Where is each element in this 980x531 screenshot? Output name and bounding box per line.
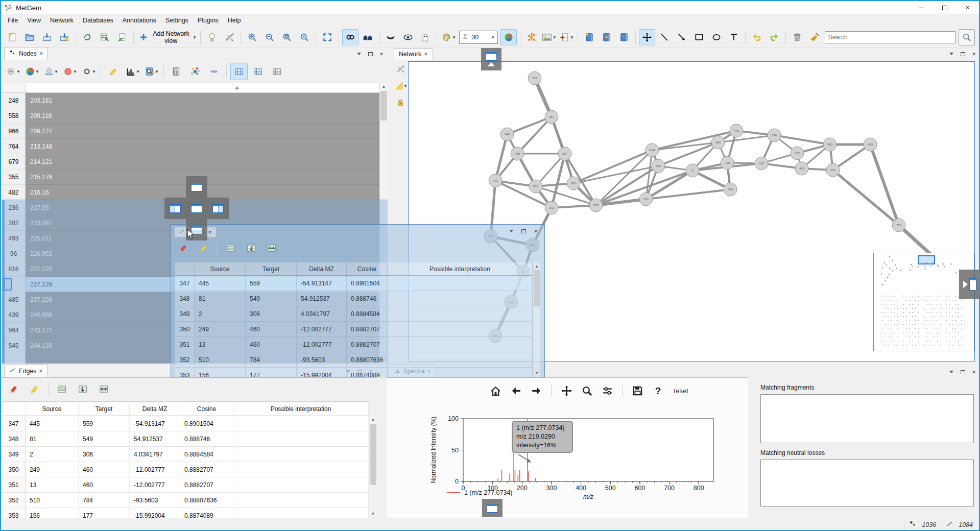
dock-menu-button[interactable] [508, 228, 515, 234]
node-pies-button[interactable]: ▾ [23, 63, 40, 80]
tool-arrow-button[interactable] [674, 29, 690, 45]
graph-node[interactable]: 468 [511, 147, 524, 160]
dock-close-button[interactable] [532, 228, 539, 234]
graph-node[interactable]: 900 [823, 138, 836, 151]
compute-button[interactable] [168, 63, 185, 80]
fit-rows-button[interactable] [242, 239, 260, 257]
tool-ellipse-button[interactable] [708, 29, 725, 45]
edges-table-row[interactable]: 347445559-54.9131470.8901504 [175, 276, 533, 291]
annotations-tool-button[interactable]: ▾ [393, 79, 409, 92]
zoom-selection-button[interactable] [296, 29, 313, 45]
dock-indicator-right[interactable] [207, 198, 229, 219]
neighbors-combo[interactable]: 30▾ [459, 31, 497, 44]
dock-indicator-spectra-bottom[interactable] [482, 499, 503, 517]
tab-edges[interactable]: Edges [4, 365, 48, 377]
graph-node[interactable]: 948 [500, 128, 514, 141]
node-ring-button[interactable]: ▾ [80, 63, 97, 80]
row-header[interactable]: 558 [2, 108, 26, 124]
import-metadata-button[interactable] [97, 29, 113, 45]
graph-node[interactable]: 105 [791, 147, 804, 160]
close-button[interactable] [956, 1, 979, 14]
dock-close-button[interactable] [970, 51, 977, 57]
query-databases-button[interactable]: ▾ [142, 63, 160, 80]
dock-indicator-center[interactable] [186, 198, 207, 219]
column-header-source[interactable]: Source [195, 262, 246, 275]
minimap-viewport[interactable] [918, 255, 935, 264]
column-header-source[interactable]: Source [26, 402, 79, 416]
row-header[interactable]: 482 [2, 185, 26, 200]
edges-table-row[interactable]: 35113460-12.0027770.8882707 [175, 337, 533, 352]
minimize-button[interactable] [910, 1, 933, 14]
row-header[interactable] [2, 402, 26, 416]
edit-database-button[interactable] [599, 29, 615, 45]
tool-rect-button[interactable] [691, 29, 707, 45]
graph-node[interactable]: 886 [567, 177, 580, 190]
zoom-out-button[interactable] [261, 29, 278, 45]
row-header[interactable]: 679 [2, 154, 26, 170]
graph-node[interactable]: 307 [558, 147, 571, 160]
graph-node[interactable]: 9 [686, 164, 699, 177]
undo-button[interactable] [749, 29, 765, 45]
node-color-button[interactable]: ▾ [61, 63, 78, 80]
dock-float-button[interactable] [520, 228, 527, 234]
row-header[interactable]: 248 [2, 93, 26, 108]
edges-table-row[interactable]: 347445559-54.9131470.8901504 [2, 416, 369, 431]
dock-indicator-network-top[interactable] [481, 48, 501, 70]
graph-node[interactable]: 1042 [646, 143, 659, 157]
zoom-in-button[interactable] [244, 29, 260, 45]
ghost-items-button[interactable] [417, 29, 434, 45]
tab-nodes[interactable]: Nodes [4, 47, 48, 60]
column-header-cosine[interactable]: Cosine [180, 402, 233, 416]
highlight-red-button[interactable] [174, 239, 193, 257]
node-size-button[interactable]: ▾ [42, 63, 59, 80]
edges-table-row[interactable]: 350249460-12.0027770.8882707 [175, 322, 533, 337]
column-header-delta-mz[interactable]: Delta MZ [297, 262, 347, 275]
node-shape-button[interactable]: ▾ [4, 63, 21, 80]
graph-node[interactable]: 363 [711, 136, 725, 149]
edges-table-row[interactable]: 352510784-93.56030.88807636 [175, 352, 533, 368]
dock-close-button[interactable] [970, 369, 977, 375]
matching-fragments-box[interactable] [760, 394, 974, 443]
show-all-columns-button[interactable] [230, 63, 248, 80]
view-spectrum-button[interactable]: ▾ [124, 63, 141, 80]
delete-item-button[interactable] [789, 29, 805, 45]
highlight-yellow-button[interactable] [25, 379, 44, 399]
matching-neutral-losses-box[interactable] [760, 460, 974, 506]
dock-indicator-top[interactable] [186, 176, 207, 198]
add-network-view-button[interactable]: Add Network view▾ [137, 29, 197, 45]
graph-node[interactable]: 702 [545, 201, 558, 214]
edges-scrollbar[interactable]: ▲ ▼ [369, 416, 377, 518]
search-input[interactable] [825, 31, 955, 43]
graph-edge[interactable] [517, 117, 552, 154]
graph-edge[interactable] [507, 117, 552, 134]
dock-float-button[interactable] [959, 51, 966, 57]
edges-table-row[interactable]: 350249460-12.0027770.8882707 [2, 462, 369, 477]
show-items-button[interactable] [400, 29, 416, 45]
graph-node[interactable]: 516 [639, 192, 653, 206]
tab-close-icon[interactable] [208, 229, 212, 236]
graph-node[interactable]: 794 [724, 183, 737, 196]
tab-close-icon[interactable] [424, 51, 428, 58]
menu-settings[interactable]: Settings [161, 15, 193, 26]
highlight-nodes-button[interactable] [105, 63, 122, 80]
floating-scrollbar[interactable]: ▲ ▼ [533, 262, 540, 377]
column-header-delta-mz[interactable]: Delta MZ [130, 402, 180, 416]
show-nodes-button[interactable] [204, 29, 220, 45]
graph-node[interactable]: 310 [755, 157, 768, 170]
column-header-possible-interpretation[interactable]: Possible interpretation [388, 262, 533, 275]
import-group-mapping-button[interactable] [114, 29, 130, 45]
hide-items-button[interactable] [383, 29, 399, 45]
redo-button[interactable] [766, 29, 782, 45]
column-header-target[interactable]: Target [79, 402, 130, 416]
graph-node[interactable]: 859 [529, 180, 542, 193]
menu-network[interactable]: Network [45, 15, 78, 26]
pen-scale-button[interactable] [205, 63, 223, 80]
screenshot-button[interactable]: ▾ [541, 29, 557, 45]
graph-node[interactable]: 735 [892, 219, 905, 232]
lock-view-button[interactable] [394, 96, 407, 109]
maximize-button[interactable] [933, 1, 956, 14]
edges-table-row[interactable]: 3488154954.9125370.888746 [175, 291, 533, 306]
edges-table-row[interactable]: 35113460-12.0027770.8882707 [2, 477, 369, 493]
tab-close-icon[interactable] [39, 368, 43, 375]
highlight-yellow-button[interactable] [195, 239, 213, 257]
